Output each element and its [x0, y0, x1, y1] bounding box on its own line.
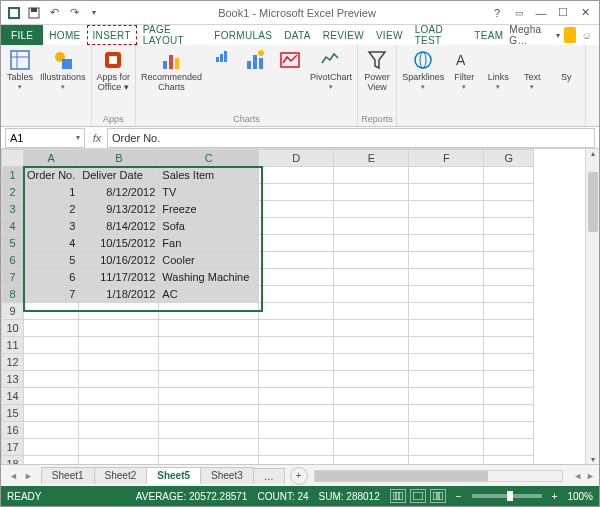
fx-icon[interactable]: fx: [89, 132, 105, 144]
cell[interactable]: [79, 388, 159, 405]
cell[interactable]: [24, 422, 79, 439]
cell[interactable]: [334, 354, 409, 371]
cell[interactable]: [409, 320, 484, 337]
row-header[interactable]: 13: [2, 371, 24, 388]
view-page-break-icon[interactable]: [430, 489, 446, 503]
cell[interactable]: [334, 286, 409, 303]
cell[interactable]: Freeze: [159, 201, 259, 218]
view-normal-icon[interactable]: [390, 489, 406, 503]
cell[interactable]: [484, 371, 534, 388]
column-header[interactable]: D: [259, 150, 334, 167]
row-header[interactable]: 10: [2, 320, 24, 337]
cell[interactable]: [259, 371, 334, 388]
minimize-button[interactable]: —: [531, 4, 551, 22]
ribbon-display-button[interactable]: ▭: [509, 4, 529, 22]
row-header[interactable]: 7: [2, 269, 24, 286]
zoom-thumb[interactable]: [507, 491, 513, 501]
feedback-icon[interactable]: ☺: [580, 27, 593, 43]
cell[interactable]: [259, 354, 334, 371]
zoom-in-icon[interactable]: +: [552, 491, 558, 502]
ribbon-button[interactable]: Illustrations▾: [37, 47, 89, 91]
cell[interactable]: [259, 303, 334, 320]
cell[interactable]: 9/13/2012: [79, 201, 159, 218]
column-header[interactable]: F: [409, 150, 484, 167]
cell[interactable]: Washing Machine: [159, 269, 259, 286]
cell[interactable]: [259, 388, 334, 405]
ribbon-button[interactable]: PowerView: [360, 47, 394, 93]
scroll-right-icon[interactable]: ►: [586, 471, 599, 481]
cell[interactable]: [484, 456, 534, 465]
cell[interactable]: [159, 422, 259, 439]
cell[interactable]: [24, 320, 79, 337]
cell[interactable]: [259, 218, 334, 235]
cell[interactable]: 3: [24, 218, 79, 235]
cell[interactable]: [484, 354, 534, 371]
column-header[interactable]: B: [79, 150, 159, 167]
row-header[interactable]: 5: [2, 235, 24, 252]
row-header[interactable]: 4: [2, 218, 24, 235]
cell[interactable]: [409, 286, 484, 303]
cell[interactable]: [259, 337, 334, 354]
cell[interactable]: [484, 286, 534, 303]
cell[interactable]: [259, 456, 334, 465]
cell[interactable]: 2: [24, 201, 79, 218]
tab-load-test[interactable]: LOAD TEST: [409, 25, 469, 45]
cell[interactable]: [334, 167, 409, 184]
row-header[interactable]: 16: [2, 422, 24, 439]
cell[interactable]: [159, 456, 259, 465]
zoom-level[interactable]: 100%: [567, 491, 593, 502]
cell[interactable]: [334, 269, 409, 286]
cell[interactable]: [259, 252, 334, 269]
name-box-dropdown-icon[interactable]: ▾: [76, 133, 80, 142]
cell[interactable]: 5: [24, 252, 79, 269]
column-header[interactable]: G: [484, 150, 534, 167]
cell[interactable]: [24, 439, 79, 456]
horizontal-scroll-thumb[interactable]: [315, 471, 488, 481]
vertical-scroll-thumb[interactable]: [588, 172, 598, 232]
cell[interactable]: [409, 252, 484, 269]
formula-bar[interactable]: Order No.: [107, 128, 595, 148]
cell[interactable]: [409, 167, 484, 184]
cell[interactable]: [484, 320, 534, 337]
cell[interactable]: [409, 354, 484, 371]
cell[interactable]: [334, 184, 409, 201]
cell[interactable]: [259, 422, 334, 439]
ribbon-button[interactable]: [273, 47, 307, 73]
ribbon-button[interactable]: Apps forOffice ▾: [94, 47, 134, 93]
cell[interactable]: Fan: [159, 235, 259, 252]
cell[interactable]: [159, 439, 259, 456]
cell[interactable]: [159, 405, 259, 422]
select-all-corner[interactable]: [2, 150, 24, 167]
maximize-button[interactable]: ☐: [553, 4, 573, 22]
ribbon-button[interactable]: AFilter▾: [447, 47, 481, 91]
cell[interactable]: [484, 218, 534, 235]
cell[interactable]: Cooler: [159, 252, 259, 269]
cell[interactable]: [24, 388, 79, 405]
cell[interactable]: [409, 337, 484, 354]
undo-icon[interactable]: ↶: [45, 4, 63, 22]
close-button[interactable]: ✕: [575, 4, 595, 22]
cell[interactable]: [409, 184, 484, 201]
ribbon-button[interactable]: Text▾: [515, 47, 549, 91]
sheet-tab-more[interactable]: …: [253, 468, 285, 484]
cell[interactable]: [484, 388, 534, 405]
cell[interactable]: [409, 235, 484, 252]
ribbon-button[interactable]: Tables▾: [3, 47, 37, 91]
row-header[interactable]: 15: [2, 405, 24, 422]
horizontal-scrollbar[interactable]: [314, 470, 563, 482]
cell[interactable]: [484, 184, 534, 201]
ribbon-button[interactable]: [205, 47, 239, 65]
cell[interactable]: [79, 320, 159, 337]
cell[interactable]: [334, 337, 409, 354]
cell[interactable]: 10/15/2012: [79, 235, 159, 252]
cell[interactable]: Sofa: [159, 218, 259, 235]
cell[interactable]: [484, 269, 534, 286]
zoom-out-icon[interactable]: −: [456, 491, 462, 502]
cell[interactable]: [24, 456, 79, 465]
cell[interactable]: [259, 286, 334, 303]
cell[interactable]: [334, 303, 409, 320]
cell[interactable]: [484, 405, 534, 422]
ribbon-button[interactable]: Sy: [549, 47, 583, 83]
cell[interactable]: TV: [159, 184, 259, 201]
cell[interactable]: [409, 303, 484, 320]
